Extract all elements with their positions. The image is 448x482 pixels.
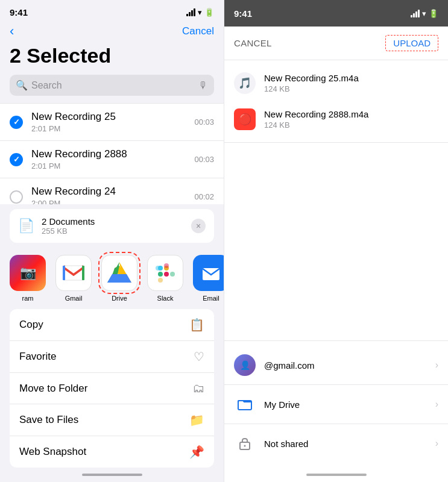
email-label: Email <box>203 295 219 302</box>
app-icon-slack[interactable]: Slack <box>147 255 183 302</box>
lock-svg <box>238 436 252 451</box>
web-snapshot-action[interactable]: Web Snapshot 📌 <box>10 436 214 468</box>
favorite-icon: ♡ <box>194 349 204 364</box>
not-shared-label: Not shared <box>264 439 427 449</box>
my-drive-label: My Drive <box>264 399 427 410</box>
file-size-2: 124 KB <box>264 120 438 130</box>
share-apps-row: 📷 ram Gmail <box>0 248 224 309</box>
recording-duration-1: 00:03 <box>194 117 214 127</box>
svg-rect-13 <box>158 272 163 277</box>
drive-account-gmail[interactable]: 👤 @gmail.com › <box>224 346 448 385</box>
recording-info-1: New Recording 25 2:01 PM <box>31 111 186 133</box>
app-icon-gram[interactable]: 📷 ram <box>10 255 46 302</box>
signal-bar-r1 <box>411 15 412 17</box>
back-button[interactable]: ‹ <box>10 23 14 39</box>
chevron-right-icon-drive: › <box>435 399 438 410</box>
recordings-list: New Recording 25 2:01 PM 00:03 New Recor… <box>0 103 224 204</box>
drive-account-mydrive[interactable]: My Drive › <box>224 385 448 424</box>
status-bar-right: 9:41 ▾ 🔋 <box>224 0 448 27</box>
save-to-files-action[interactable]: Save to Files 📁 <box>10 404 214 436</box>
document-icon: 📄 <box>18 218 34 234</box>
recording-duration-2: 00:03 <box>194 155 214 164</box>
slack-logo-svg <box>153 261 177 285</box>
search-placeholder: Search <box>31 80 195 91</box>
file-name-2: New Recording 2888.m4a <box>264 109 438 119</box>
recording-info-3: New Recording 24 2:00 PM <box>31 186 186 204</box>
doc-size: 255 KB <box>42 227 184 236</box>
account-avatar: 👤 <box>234 354 256 376</box>
signal-bar-3 <box>191 10 193 16</box>
cancel-button[interactable]: Cancel <box>182 25 214 37</box>
favorite-action[interactable]: Favorite ♡ <box>10 341 214 373</box>
svg-rect-18 <box>158 278 163 283</box>
chevron-right-icon-notshared: › <box>435 438 438 449</box>
copy-icon: 📋 <box>189 318 204 332</box>
wifi-icon-right: ▾ <box>422 9 426 18</box>
recording-time-2: 2:01 PM <box>31 161 186 171</box>
upload-files-list: 🎵 New Recording 25.m4a 124 KB 🔴 New Reco… <box>224 60 448 143</box>
web-snapshot-label: Web Snapshot <box>19 446 86 458</box>
file-info-1: New Recording 25.m4a 124 KB <box>264 73 438 93</box>
recording-name-1: New Recording 25 <box>31 111 186 123</box>
status-icons-right: ▾ 🔋 <box>411 9 438 18</box>
copy-label: Copy <box>19 319 43 331</box>
drive-upload-button[interactable]: UPLOAD <box>385 35 438 51</box>
mic-icon: 🎙 <box>198 80 208 91</box>
svg-rect-19 <box>164 263 169 268</box>
recording-item[interactable]: New Recording 2888 2:01 PM 00:03 <box>0 141 224 178</box>
wifi-icon: ▾ <box>198 8 202 17</box>
move-to-folder-label: Move to Folder <box>19 383 87 395</box>
battery-icon: 🔋 <box>204 8 214 17</box>
doc-close-button[interactable]: × <box>191 219 206 233</box>
nav-bar-left: ‹ Cancel <box>0 20 224 44</box>
favorite-label: Favorite <box>19 351 56 363</box>
status-time-right: 9:41 <box>234 8 252 19</box>
upload-file-item-1: 🎵 New Recording 25.m4a 124 KB <box>224 65 448 101</box>
move-to-folder-action[interactable]: Move to Folder 🗂 <box>10 373 214 404</box>
search-bar[interactable]: 🔍 Search 🎙 <box>10 75 214 96</box>
drive-nav: CANCEL UPLOAD <box>224 27 448 60</box>
recording-name-2: New Recording 2888 <box>31 148 186 160</box>
recording-time-1: 2:01 PM <box>31 124 186 133</box>
right-panel: 9:41 ▾ 🔋 CANCEL UPLOAD 🎵 New Recording 2… <box>224 0 448 482</box>
app-icon-email[interactable]: Email <box>193 255 224 302</box>
account-gmail-label: @gmail.com <box>264 360 427 371</box>
signal-bar-2 <box>189 12 191 16</box>
recording-item[interactable]: New Recording 25 2:01 PM 00:03 <box>0 103 224 141</box>
recording-item[interactable]: New Recording 24 2:00 PM 00:02 <box>0 178 224 204</box>
file-size-1: 124 KB <box>264 84 438 93</box>
drive-account-notshared[interactable]: Not shared › <box>224 424 448 463</box>
doc-info: 2 Documents 255 KB <box>42 216 184 236</box>
status-bar-left: 9:41 ▾ 🔋 <box>0 0 224 20</box>
chevron-right-icon-gmail: › <box>435 360 438 371</box>
drive-bottom-section: 👤 @gmail.com › My Drive › Not <box>224 340 448 468</box>
page-title: 2 Selected <box>0 44 224 75</box>
checkbox-recording-2[interactable] <box>10 153 23 166</box>
svg-marker-11 <box>107 274 131 283</box>
email-logo-svg <box>199 261 223 285</box>
copy-action[interactable]: Copy 📋 <box>10 309 214 341</box>
checkbox-recording-1[interactable] <box>10 116 23 129</box>
left-panel: 9:41 ▾ 🔋 ‹ Cancel 2 Selected 🔍 Search 🎙 … <box>0 0 224 482</box>
app-icon-gmail[interactable]: Gmail <box>55 255 92 302</box>
home-indicator-left <box>0 468 224 482</box>
doc-count: 2 Documents <box>42 216 184 227</box>
email-icon <box>193 255 224 291</box>
web-snapshot-icon: 📌 <box>189 445 204 459</box>
file-icon-1: 🎵 <box>234 72 256 94</box>
save-to-files-label: Save to Files <box>19 414 78 426</box>
svg-rect-15 <box>164 272 169 277</box>
drive-spacer <box>224 143 448 340</box>
checkbox-recording-3[interactable] <box>10 190 23 204</box>
my-drive-folder-icon <box>234 393 256 415</box>
app-icon-drive[interactable]: Drive <box>101 255 137 302</box>
recording-name-3: New Recording 24 <box>31 186 186 198</box>
home-indicator-right <box>224 468 448 482</box>
file-name-1: New Recording 25.m4a <box>264 73 438 83</box>
signal-bar-1 <box>186 14 188 16</box>
drive-icon <box>101 255 137 291</box>
drive-cancel-button[interactable]: CANCEL <box>234 38 272 48</box>
gram-label: ram <box>22 295 34 302</box>
signal-bar-r3 <box>415 11 417 17</box>
file-icon-2: 🔴 <box>234 108 256 130</box>
